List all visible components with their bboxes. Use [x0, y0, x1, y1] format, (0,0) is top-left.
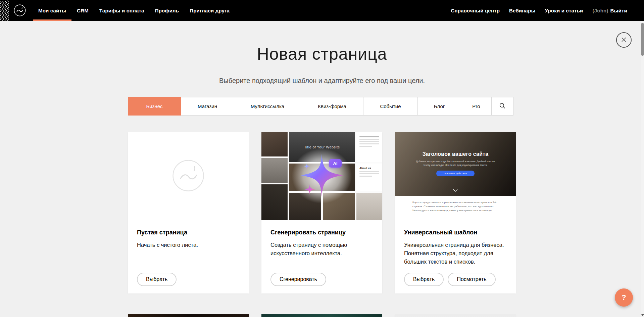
- card-description: Начать с чистого листа.: [137, 241, 240, 249]
- help-button[interactable]: ?: [615, 288, 633, 307]
- page-subtitle: Выберите подходящий шаблон и адаптируйте…: [0, 77, 644, 85]
- template-card-universal: Заголовок вашего сайта Добавьте интересн…: [395, 132, 516, 293]
- nav-profile[interactable]: Профиль: [150, 0, 185, 21]
- card-title: Универсальный шаблон: [404, 229, 507, 236]
- nav-lessons-articles[interactable]: Уроки и статьи: [540, 0, 588, 21]
- tab-pro[interactable]: Pro: [461, 97, 492, 116]
- main-nav: Мои сайты CRM Тарифы и оплата Профиль Пр…: [33, 0, 235, 21]
- generate-button[interactable]: Сгенерировать: [270, 273, 326, 286]
- nav-webinars[interactable]: Вебинары: [504, 0, 540, 21]
- card-description: Универсальная страница для бизнеса. Поня…: [404, 241, 507, 266]
- nav-plans-payment[interactable]: Тарифы и оплата: [94, 0, 150, 21]
- zigzag-pattern-icon: [0, 0, 9, 21]
- preview-button[interactable]: Посмотреть: [448, 273, 495, 286]
- template-category-tabs: Бизнес Магазин Мультиссылка Квиз-форма С…: [128, 97, 516, 116]
- tab-event[interactable]: Событие: [363, 97, 418, 116]
- nav-invite-friend[interactable]: Пригласи друга: [184, 0, 235, 21]
- select-button[interactable]: Выбрать: [404, 273, 444, 286]
- template-card-partial[interactable]: [128, 314, 249, 317]
- card-body: Пустая страница Начать с чистого листа. …: [128, 220, 249, 293]
- logout-label: Выйти: [610, 8, 627, 13]
- card-body: Универсальный шаблон Универсальная стран…: [395, 220, 516, 293]
- tab-quiz-form[interactable]: Квиз-форма: [301, 97, 363, 116]
- scrollbar-thumb[interactable]: [641, 23, 644, 56]
- template-cards-grid: Пустая страница Начать с чистого листа. …: [128, 132, 516, 293]
- preview-hero: Заголовок вашего сайта Добавьте интересн…: [395, 132, 516, 196]
- page-title: Новая страница: [0, 44, 644, 64]
- card-actions: Выбрать Посмотреть: [404, 273, 507, 286]
- template-preview-image[interactable]: [128, 314, 249, 317]
- preview-paragraph: Коротко представьтесь и расскажите о ком…: [412, 200, 498, 213]
- scroll-down-arrow[interactable]: [641, 314, 644, 316]
- tab-link-in-bio[interactable]: Мультиссылка: [234, 97, 301, 116]
- preview-cta-button: основное действие: [436, 171, 474, 176]
- preview-site-subtitle: Добавьте интересные подробности о вашей …: [413, 160, 498, 167]
- search-icon: [499, 102, 506, 110]
- ai-generate-preview[interactable]: Title of Your Website About us: [261, 132, 382, 220]
- template-preview-image[interactable]: [395, 314, 516, 317]
- nav-user-logout[interactable]: (John) Выйти: [588, 0, 632, 21]
- template-preview-image[interactable]: [261, 314, 382, 317]
- template-card-blank: Пустая страница Начать с чистого листа. …: [128, 132, 249, 293]
- chevron-down-icon: [453, 187, 458, 193]
- card-title: Сгенерировать страницу: [270, 229, 373, 236]
- template-card-ai-generate: Title of Your Website About us: [261, 132, 382, 293]
- nav-crm[interactable]: CRM: [71, 0, 94, 21]
- tab-search[interactable]: [491, 97, 513, 116]
- preview-tile-label: About us: [359, 167, 379, 170]
- preview-text-section: Коротко представьтесь и расскажите о ком…: [395, 196, 516, 220]
- tab-blog[interactable]: Блог: [417, 97, 461, 116]
- template-cards-grid-row-2: [128, 314, 516, 317]
- secondary-nav: Справочный центр Вебинары Уроки и статьи…: [446, 0, 632, 21]
- close-button[interactable]: [616, 32, 632, 48]
- tilda-watermark-icon: [171, 158, 206, 194]
- top-navigation-bar: Мои сайты CRM Тарифы и оплата Профиль Пр…: [0, 0, 644, 21]
- select-button[interactable]: Выбрать: [137, 273, 177, 286]
- preview-site-title: Заголовок вашего сайта: [423, 151, 489, 157]
- template-card-partial[interactable]: [261, 314, 382, 317]
- card-actions: Сгенерировать: [270, 273, 373, 286]
- nav-my-sites[interactable]: Мои сайты: [33, 0, 71, 21]
- template-card-partial[interactable]: [395, 314, 516, 317]
- card-actions: Выбрать: [137, 273, 240, 286]
- scrollbar-track[interactable]: [641, 21, 644, 317]
- card-description: Создать страницу с помощью искусственног…: [270, 241, 373, 258]
- user-name: (John): [593, 8, 608, 13]
- tab-store[interactable]: Магазин: [181, 97, 234, 116]
- nav-help-center[interactable]: Справочный центр: [446, 0, 505, 21]
- ai-badge: AI: [329, 159, 342, 168]
- tab-business[interactable]: Бизнес: [128, 97, 181, 116]
- ai-sparkle-small-icon: [304, 184, 315, 196]
- close-icon: [621, 37, 627, 44]
- card-body: Сгенерировать страницу Создать страницу …: [261, 220, 382, 293]
- blank-page-preview[interactable]: [128, 132, 249, 220]
- card-title: Пустая страница: [137, 229, 240, 236]
- tilda-logo[interactable]: [13, 4, 26, 17]
- universal-template-preview[interactable]: Заголовок вашего сайта Добавьте интересн…: [395, 132, 516, 220]
